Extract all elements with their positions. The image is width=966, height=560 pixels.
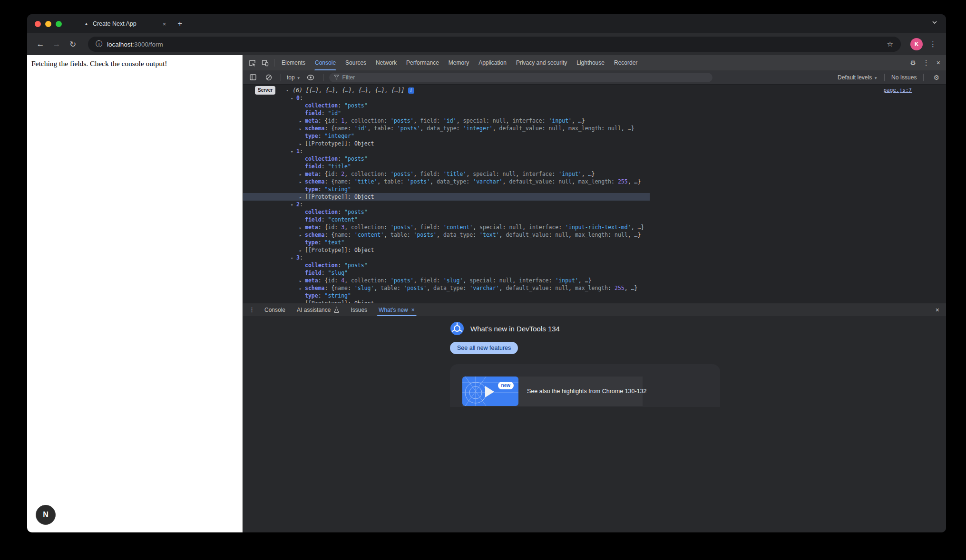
new-badge: new bbox=[498, 382, 514, 389]
browser-tab[interactable]: ▲ Create Next App × bbox=[84, 20, 166, 28]
devtools-tab-console[interactable]: Console bbox=[310, 55, 341, 70]
console-item-index: ▾2: bbox=[243, 201, 946, 208]
dropdown-caret-icon: ▼ bbox=[297, 76, 301, 80]
collapse-arrow-icon[interactable]: ▾ bbox=[291, 148, 296, 155]
dropdown-caret-icon: ▼ bbox=[874, 76, 878, 80]
back-button[interactable]: ← bbox=[35, 39, 46, 49]
drawer-tab-label: Issues bbox=[351, 307, 367, 313]
nextjs-devtools-button[interactable]: N bbox=[36, 505, 56, 525]
devtools-tab-application[interactable]: Application bbox=[474, 55, 511, 70]
bookmark-star-icon[interactable]: ☆ bbox=[887, 40, 893, 48]
live-expression-eye-icon[interactable] bbox=[304, 75, 317, 80]
highlights-card: new See also the highlights from Chrome … bbox=[450, 364, 720, 407]
server-badge: Server bbox=[255, 86, 275, 95]
drawer-tab-issues[interactable]: Issues bbox=[345, 303, 373, 316]
site-info-icon[interactable]: ⓘ bbox=[96, 40, 102, 48]
console-item-index: ▾1: bbox=[243, 147, 946, 155]
tab-close-icon[interactable]: × bbox=[163, 20, 166, 28]
item-index: 1 bbox=[296, 148, 300, 154]
console-prop-prototype: ▸[[Prototype]]: Object bbox=[243, 246, 946, 254]
clear-console-icon[interactable] bbox=[263, 74, 275, 81]
highlights-item[interactable]: new See also the highlights from Chrome … bbox=[462, 377, 643, 406]
console-output: Server▾(6) [{…}, {…}, {…}, {…}, {…}, {…}… bbox=[243, 85, 946, 303]
collapse-arrow-icon[interactable]: ▾ bbox=[291, 201, 296, 209]
device-toolbar-icon[interactable] bbox=[259, 59, 272, 67]
close-whats-new-tab-icon[interactable]: × bbox=[411, 307, 415, 313]
divider bbox=[884, 74, 885, 81]
browser-menu-icon[interactable]: ⋮ bbox=[927, 40, 938, 48]
expand-arrow-icon[interactable]: ▸ bbox=[299, 277, 305, 285]
expand-arrow-icon[interactable]: ▸ bbox=[299, 224, 305, 232]
see-all-features-button[interactable]: See all new features bbox=[450, 342, 518, 354]
drawer-tab-console[interactable]: Console bbox=[259, 303, 291, 316]
info-icon[interactable]: i bbox=[408, 87, 414, 94]
filter-placeholder: Filter bbox=[342, 74, 355, 81]
devtools-tabbar-right: ⚙ ⋮ × bbox=[907, 58, 943, 67]
expand-arrow-icon[interactable]: ▾ bbox=[286, 87, 292, 94]
drawer-tabbar: ⋮ ConsoleAI assistanceIssuesWhat's new× … bbox=[243, 303, 946, 316]
tab-search-chevron-icon[interactable] bbox=[932, 20, 937, 24]
console-prop-field: field: "title" bbox=[243, 163, 946, 170]
expand-arrow-icon[interactable]: ▸ bbox=[299, 285, 305, 292]
fullscreen-window-button[interactable] bbox=[56, 21, 62, 27]
expand-arrow-icon[interactable]: ▸ bbox=[299, 232, 305, 239]
devtools-settings-gear-icon[interactable]: ⚙ bbox=[907, 59, 919, 67]
forward-button[interactable]: → bbox=[51, 39, 62, 49]
minimize-window-button[interactable] bbox=[45, 21, 51, 27]
drawer-tab-ai-assistance[interactable]: AI assistance bbox=[291, 303, 345, 316]
highlights-text: See also the highlights from Chrome 130-… bbox=[527, 388, 647, 395]
item-index: 0 bbox=[296, 95, 300, 101]
console-prop-collection: collection: "posts" bbox=[243, 102, 946, 109]
inspect-element-icon[interactable] bbox=[246, 59, 259, 67]
console-prop-collection: collection: "posts" bbox=[243, 261, 946, 269]
expand-arrow-icon[interactable]: ▸ bbox=[299, 171, 305, 178]
devtools-tab-network[interactable]: Network bbox=[371, 55, 401, 70]
expand-arrow-icon[interactable]: ▸ bbox=[299, 247, 305, 254]
tab-strip: ▲ Create Next App × + bbox=[27, 14, 946, 33]
divider bbox=[923, 74, 924, 81]
console-sidebar-icon[interactable] bbox=[247, 74, 259, 80]
console-log-header: Server▾(6) [{…}, {…}, {…}, {…}, {…}, {…}… bbox=[243, 87, 946, 94]
url-host: localhost bbox=[107, 41, 132, 48]
console-settings-gear-icon[interactable]: ⚙ bbox=[930, 74, 942, 81]
source-link[interactable]: page.js:7 bbox=[883, 87, 912, 94]
drawer-tab-what-s-new[interactable]: What's new× bbox=[373, 303, 420, 316]
devtools-tab-privacy-and-security[interactable]: Privacy and security bbox=[511, 55, 572, 70]
execution-context-selector[interactable]: top▼ bbox=[287, 74, 301, 81]
log-levels-dropdown[interactable]: Default levels▼ bbox=[838, 74, 878, 81]
collapse-arrow-icon[interactable]: ▾ bbox=[291, 95, 296, 102]
whats-new-content: What's new in DevTools 134 See all new f… bbox=[450, 316, 735, 407]
devtools-logo-icon bbox=[450, 321, 464, 336]
devtools-more-options-icon[interactable]: ⋮ bbox=[921, 58, 932, 67]
expand-arrow-icon[interactable]: ▸ bbox=[299, 193, 305, 201]
desktop: { "browser": { "tab_title": "Create Next… bbox=[0, 0, 966, 560]
drawer-tabs: ConsoleAI assistanceIssuesWhat's new× bbox=[259, 303, 420, 316]
console-prop-type: type: "text" bbox=[243, 239, 946, 246]
devtools-tab-lighthouse[interactable]: Lighthouse bbox=[572, 55, 609, 70]
console-prop-type: type: "string" bbox=[243, 185, 946, 193]
expand-arrow-icon[interactable]: ▸ bbox=[299, 117, 305, 125]
reload-button[interactable]: ↻ bbox=[67, 39, 78, 49]
address-bar[interactable]: ⓘ localhost:3000/form ☆ bbox=[88, 37, 901, 52]
close-window-button[interactable] bbox=[35, 21, 41, 27]
issues-counter[interactable]: No Issues bbox=[891, 74, 917, 81]
drawer-menu-icon[interactable]: ⋮ bbox=[245, 306, 259, 313]
new-tab-button[interactable]: + bbox=[177, 19, 182, 29]
console-filter-input[interactable]: Filter bbox=[329, 73, 712, 82]
devtools-tab-elements[interactable]: Elements bbox=[277, 55, 310, 70]
console-prop-prototype: ▸[[Prototype]]: Object bbox=[243, 299, 946, 303]
expand-arrow-icon[interactable]: ▸ bbox=[299, 140, 305, 148]
devtools-tab-memory[interactable]: Memory bbox=[444, 55, 474, 70]
devtools-close-icon[interactable]: × bbox=[934, 59, 943, 67]
drawer-close-icon[interactable]: × bbox=[931, 306, 944, 314]
collapse-arrow-icon[interactable]: ▾ bbox=[291, 254, 296, 262]
profile-avatar[interactable]: K bbox=[910, 38, 923, 50]
expand-arrow-icon[interactable]: ▸ bbox=[299, 178, 305, 186]
devtools-tab-recorder[interactable]: Recorder bbox=[609, 55, 642, 70]
whats-new-panel: What's new in DevTools 134 See all new f… bbox=[243, 316, 946, 532]
play-icon bbox=[485, 386, 494, 397]
devtools-tab-sources[interactable]: Sources bbox=[341, 55, 371, 70]
console-prop-field: field: "id" bbox=[243, 109, 946, 117]
devtools-tab-performance[interactable]: Performance bbox=[401, 55, 444, 70]
expand-arrow-icon[interactable]: ▸ bbox=[299, 125, 305, 133]
